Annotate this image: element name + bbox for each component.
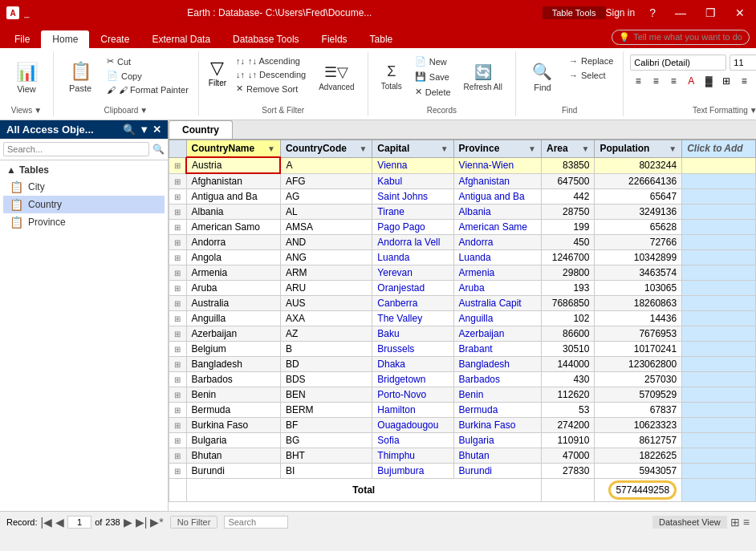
sidebar-search-input[interactable] [3, 142, 149, 156]
row-expand-btn[interactable]: ⊞ [174, 375, 181, 384]
new-record-nav-button[interactable]: ▶* [150, 516, 163, 529]
row-expand-btn[interactable]: ⊞ [174, 208, 181, 217]
delete-record-button[interactable]: ✕ Delete [412, 85, 454, 99]
sidebar-options-icon[interactable]: ▼ [139, 124, 149, 136]
table-row[interactable]: ⊞AfghanistanAFGKabulAfghanistan647500226… [169, 173, 756, 189]
table-row[interactable]: ⊞Antigua and BaAGSaint JohnsAntigua and … [169, 189, 756, 205]
highlight-button[interactable]: A [683, 73, 699, 89]
col-header-country-name[interactable]: CountryName ▼ [186, 140, 280, 158]
col-header-add[interactable]: Click to Add [682, 140, 756, 158]
row-expand-btn[interactable]: ⊞ [174, 330, 181, 338]
table-row[interactable]: ⊞AngolaANGLuandaLuanda124670010342899 [169, 250, 756, 265]
prev-record-button[interactable]: ◀ [55, 516, 64, 529]
table-row[interactable]: ⊞AnguillaAXAThe ValleyAnguilla10214436 [169, 311, 756, 326]
sidebar-item-country[interactable]: 📋 Country [3, 196, 165, 213]
row-expand-btn[interactable]: ⊞ [174, 299, 181, 308]
table-row[interactable]: ⊞BurundiBIBujumburaBurundi278305943057 [169, 464, 756, 479]
tab-create[interactable]: Create [89, 30, 140, 48]
table-row[interactable]: ⊞BarbadosBDSBridgetownBarbados430257030 [169, 372, 756, 387]
align-left-button[interactable]: ≡ [630, 73, 646, 89]
view-button[interactable]: 📊 View [6, 55, 47, 101]
remove-sort-button[interactable]: ✕ Remove Sort [233, 82, 309, 95]
col-header-province[interactable]: Province ▼ [453, 140, 541, 158]
data-table-container[interactable]: CountryName ▼ CountryCode ▼ [169, 140, 756, 511]
tab-external-data[interactable]: External Data [140, 30, 222, 48]
tab-home[interactable]: Home [41, 30, 89, 48]
col-header-area[interactable]: Area ▼ [542, 140, 595, 158]
sign-in-button[interactable]: Sign in [606, 7, 636, 18]
minimize-button[interactable]: — [670, 5, 691, 21]
row-expand-btn[interactable]: ⊞ [174, 238, 181, 247]
new-record-button[interactable]: 📄 New [412, 55, 454, 68]
alternate-row-button[interactable]: ≡ [736, 73, 752, 89]
table-row[interactable]: ⊞AzerbaijanAZBakuAzerbaijan866007676953 [169, 326, 756, 342]
row-expand-btn[interactable]: ⊞ [174, 223, 181, 232]
row-expand-btn[interactable]: ⊞ [174, 284, 181, 293]
tell-me-bar[interactable]: 💡 Tell me what you want to do [612, 30, 750, 45]
sidebar-tables-header[interactable]: ▲ Tables [3, 162, 165, 178]
sidebar-item-city[interactable]: 📋 City [3, 178, 165, 196]
copy-button[interactable]: 📄 Copy [104, 69, 192, 83]
ascending-button[interactable]: ↑↓ ↑↓ Ascending [233, 55, 309, 67]
row-expand-btn[interactable]: ⊞ [174, 436, 181, 445]
record-number-input[interactable] [67, 516, 91, 529]
cut-button[interactable]: ✂ Cut [104, 55, 192, 68]
sidebar-close-icon[interactable]: ✕ [152, 124, 161, 136]
table-row[interactable]: ⊞ArmeniaARMYerevanArmenia298003463574 [169, 265, 756, 281]
align-center-button[interactable]: ≡ [648, 73, 664, 89]
row-expand-btn[interactable]: ⊞ [174, 467, 181, 476]
table-row[interactable]: ⊞American SamoAMSAPago PagoAmerican Same… [169, 220, 756, 235]
country-tab[interactable]: Country [169, 120, 233, 139]
row-expand-btn[interactable]: ⊞ [174, 452, 181, 460]
col-header-country-code[interactable]: CountryCode ▼ [280, 140, 372, 158]
font-selector[interactable] [630, 55, 726, 71]
find-button[interactable]: 🔍 Find [522, 55, 563, 99]
table-view-button[interactable]: ⊞ [730, 516, 740, 529]
row-expand-btn[interactable]: ⊞ [174, 269, 181, 278]
table-row[interactable]: ⊞AustraliaAUSCanberraAustralia Capit7686… [169, 296, 756, 311]
row-expand-btn[interactable]: ⊞ [174, 421, 181, 430]
table-row[interactable]: ⊞AlbaniaALTiraneAlbania287503249136 [169, 205, 756, 220]
close-button[interactable]: ✕ [730, 5, 750, 21]
save-record-button[interactable]: 💾 Save [412, 70, 454, 83]
tab-database-tools[interactable]: Database Tools [222, 30, 311, 48]
tab-table[interactable]: Table [359, 30, 404, 48]
col-header-population[interactable]: Population ▼ [595, 140, 682, 158]
sidebar-header-controls[interactable]: 🔍 ▼ ✕ [123, 124, 161, 136]
advanced-button[interactable]: ☰▽ Advanced [312, 55, 360, 99]
descending-button[interactable]: ↓↑ ↓↑ Descending [233, 68, 309, 81]
replace-button[interactable]: → Replace [566, 55, 616, 67]
table-row[interactable]: ⊞BermudaBERMHamiltonBermuda5367837 [169, 403, 756, 418]
filter-status[interactable]: No Filter [170, 516, 218, 529]
row-expand-btn[interactable]: ⊞ [174, 345, 181, 354]
background-button[interactable]: ▓ [701, 73, 717, 89]
row-expand-btn[interactable]: ⊞ [174, 192, 181, 201]
next-record-button[interactable]: ▶ [124, 516, 132, 529]
row-expand-btn[interactable]: ⊞ [174, 406, 181, 415]
filter-button[interactable]: ▽ Filter [205, 55, 230, 91]
refresh-button[interactable]: 🔄 Refresh All [457, 55, 509, 99]
table-row[interactable]: ⊞AustriaAViennaVienna-Wien838508023244 [169, 157, 756, 173]
col-header-capital[interactable]: Capital ▼ [372, 140, 453, 158]
format-painter-button[interactable]: 🖌 🖌 Format Painter [104, 83, 192, 96]
layout-view-button[interactable]: ≡ [743, 516, 750, 529]
help-button[interactable]: ? [644, 5, 660, 21]
sidebar-search-icon[interactable]: 🔍 [123, 124, 136, 136]
last-record-button[interactable]: ▶| [136, 516, 148, 529]
table-row[interactable]: ⊞ArubaARUOranjestadAruba193103065 [169, 281, 756, 296]
restore-button[interactable]: ❐ [701, 5, 721, 21]
paste-button[interactable]: 📋 Paste [60, 55, 100, 99]
table-row[interactable]: ⊞BelgiumBBrusselsBrabant3051010170241 [169, 342, 756, 357]
tab-fields[interactable]: Fields [311, 30, 359, 48]
table-row[interactable]: ⊞BhutanBHTThimphuBhutan470001822625 [169, 448, 756, 464]
row-expand-btn[interactable]: ⊞ [174, 177, 181, 186]
table-row[interactable]: ⊞AndorraANDAndorra la VellAndorra4507276… [169, 235, 756, 250]
table-row[interactable]: ⊞BangladeshBDDhakaBangladesh144000123062… [169, 357, 756, 372]
select-button[interactable]: → Select [566, 69, 616, 82]
table-row[interactable]: ⊞BeninBENPorto-NovoBenin1126205709529 [169, 387, 756, 403]
align-right-button[interactable]: ≡ [665, 73, 681, 89]
table-row[interactable]: ⊞BulgariaBGSofiaBulgaria1109108612757 [169, 433, 756, 448]
row-expand-btn[interactable]: ⊞ [174, 314, 181, 323]
gridlines-button[interactable]: ⊞ [718, 73, 734, 89]
row-expand-btn[interactable]: ⊞ [174, 391, 181, 399]
